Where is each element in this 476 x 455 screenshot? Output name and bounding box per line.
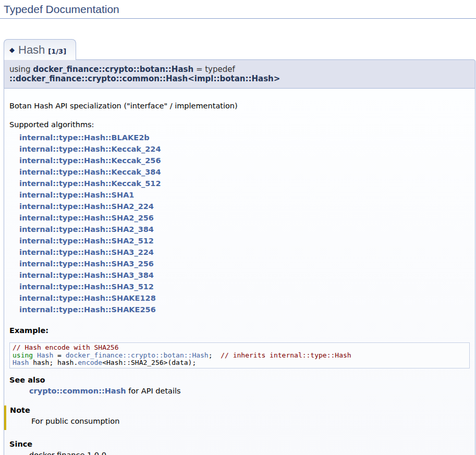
code-comment: // Hash encode with SHA256: [13, 343, 119, 351]
algorithm-list-item: internal::type::Hash::SHA3_256: [19, 258, 470, 269]
algorithm-list-item: internal::type::Hash::Keccak_224: [19, 143, 470, 155]
code-line: using Hash = docker_finance::crypto::bot…: [13, 352, 467, 360]
algorithm-link-keccak-512[interactable]: internal::type::Hash::Keccak_512: [19, 179, 161, 188]
algorithm-link-shake256[interactable]: internal::type::Hash::SHAKE256: [19, 305, 156, 314]
supported-algorithms-heading: Supported algorithms:: [9, 120, 470, 129]
since-content: docker-finance 1.0.0: [29, 451, 470, 455]
code-line: // Hash encode with SHA256: [13, 344, 467, 352]
note-section: Note For public consumption: [4, 405, 470, 430]
permalink-diamond-icon[interactable]: ◆: [9, 46, 15, 54]
algorithm-link-keccak-256[interactable]: internal::type::Hash::Keccak_256: [19, 156, 161, 165]
code-keyword-using: using: [13, 351, 37, 359]
algorithm-link-keccak-224[interactable]: internal::type::Hash::Keccak_224: [19, 145, 161, 153]
see-also-heading: See also: [9, 376, 470, 384]
algorithm-list-item: internal::type::Hash::SHA3_224: [19, 247, 470, 258]
example-heading: Example:: [9, 326, 470, 335]
algorithm-link-shake128[interactable]: internal::type::Hash::SHAKE128: [19, 294, 156, 302]
code-line: Hash hash; hash.encode<Hash::SHA2_256>(d…: [13, 359, 467, 367]
page-title: Typedef Documentation: [0, 0, 476, 19]
since-heading: Since: [9, 440, 470, 448]
algorithm-list-item: internal::type::Hash::Keccak_256: [19, 155, 470, 166]
algorithm-list-item: internal::type::Hash::SHA2_384: [19, 224, 470, 235]
code-text: =: [53, 351, 65, 359]
code-text: hash; hash.: [29, 359, 78, 366]
algorithm-list: internal::type::Hash::BLAKE2b internal::…: [9, 132, 470, 315]
code-text: ;: [209, 351, 221, 359]
algorithm-list-item: internal::type::Hash::SHA2_224: [19, 201, 470, 212]
see-also-content: crypto::common::Hash for API details: [29, 387, 470, 396]
algorithm-link-sha3-256[interactable]: internal::type::Hash::SHA3_256: [19, 260, 154, 268]
code-comment: // inherits internal::type::Hash: [221, 351, 351, 359]
member-documentation: Botan Hash API specialization ("interfac…: [4, 89, 475, 455]
algorithm-link-sha1[interactable]: internal::type::Hash::SHA1: [19, 191, 134, 199]
algorithm-list-item: internal::type::Hash::Keccak_384: [19, 166, 470, 178]
member-overload-index: [1/3]: [48, 47, 66, 55]
algorithm-list-item: internal::type::Hash::SHA2_256: [19, 212, 470, 224]
algorithm-link-keccak-384[interactable]: internal::type::Hash::Keccak_384: [19, 168, 161, 176]
code-link-encode[interactable]: encode: [78, 359, 102, 366]
algorithm-list-item: internal::type::Hash::SHA1: [19, 189, 470, 201]
since-section: Since docker-finance 1.0.0: [9, 440, 470, 455]
code-link-botan-hash[interactable]: docker_finance::crypto::botan::Hash: [66, 351, 209, 359]
algorithm-link-blake2b[interactable]: internal::type::Hash::BLAKE2b: [19, 133, 150, 142]
code-text: <Hash::SHA2_256>(data);: [102, 359, 196, 366]
member-description: Botan Hash API specialization ("interfac…: [9, 102, 470, 110]
code-link-hash[interactable]: Hash: [37, 351, 53, 359]
algorithm-link-sha2-512[interactable]: internal::type::Hash::SHA2_512: [19, 237, 154, 245]
algorithm-list-item: internal::type::Hash::SHAKE256: [19, 304, 470, 315]
code-link-hash-type[interactable]: Hash: [13, 359, 29, 366]
proto-equals-typedef: = typedef: [193, 65, 237, 74]
proto-typedef-name: docker_finance::crypto::botan::Hash: [33, 65, 193, 74]
algorithm-list-item: internal::type::Hash::Keccak_512: [19, 178, 470, 189]
algorithm-list-item: internal::type::Hash::SHA3_384: [19, 269, 470, 281]
algorithm-link-sha3-224[interactable]: internal::type::Hash::SHA3_224: [19, 248, 154, 256]
member-name: Hash: [18, 43, 45, 56]
see-also-section: See also crypto::common::Hash for API de…: [9, 376, 470, 396]
algorithm-list-item: internal::type::Hash::BLAKE2b: [19, 132, 470, 143]
code-example-block: // Hash encode with SHA256 using Hash = …: [9, 342, 470, 368]
algorithm-link-sha2-256[interactable]: internal::type::Hash::SHA2_256: [19, 214, 154, 222]
algorithm-link-sha3-512[interactable]: internal::type::Hash::SHA3_512: [19, 282, 154, 291]
algorithm-link-sha3-384[interactable]: internal::type::Hash::SHA3_384: [19, 271, 154, 279]
see-also-suffix: for API details: [126, 387, 181, 395]
algorithm-link-sha2-384[interactable]: internal::type::Hash::SHA2_384: [19, 225, 154, 233]
algorithm-list-item: internal::type::Hash::SHA2_512: [19, 235, 470, 247]
typedef-member-hash: ◆Hash[1/3] using docker_finance::crypto:…: [4, 39, 475, 455]
proto-target-type: ::docker_finance::crypto::common::Hash<i…: [9, 74, 280, 83]
see-also-link-common-hash[interactable]: crypto::common::Hash: [29, 387, 126, 395]
algorithm-list-item: internal::type::Hash::SHAKE128: [19, 292, 470, 304]
algorithm-list-item: internal::type::Hash::SHA3_512: [19, 281, 470, 292]
note-heading: Note: [10, 406, 470, 414]
member-title-tab: ◆Hash[1/3]: [4, 39, 76, 60]
note-content: For public consumption: [31, 417, 470, 426]
proto-using-keyword: using: [9, 65, 33, 74]
algorithm-link-sha2-224[interactable]: internal::type::Hash::SHA2_224: [19, 202, 154, 211]
member-prototype: using docker_finance::crypto::botan::Has…: [4, 59, 475, 89]
